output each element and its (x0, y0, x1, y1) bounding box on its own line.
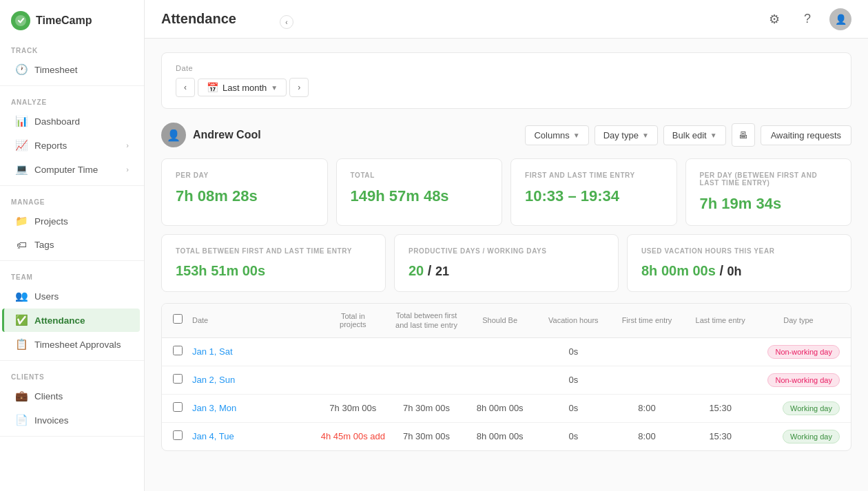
should-be-cell-3: 8h 00m 00s (463, 431, 537, 441)
help-icon[interactable]: ? (796, 8, 818, 30)
print-button[interactable]: 🖶 (732, 123, 755, 147)
row-date-3[interactable]: Jan 4, Tue (192, 431, 316, 441)
day-type-cell-3: Working day (757, 430, 840, 443)
section-label-team: TEAM (0, 265, 144, 284)
table-header-row: Date Total inprojects Total between firs… (162, 304, 851, 338)
row-date-0[interactable]: Jan 1, Sat (192, 346, 316, 357)
stat-card-per-day: PER DAY 7h 08m 28s (161, 158, 328, 226)
sidebar-item-timesheet[interactable]: 🕐 Timesheet (4, 58, 140, 81)
prev-date-button[interactable]: ‹ (176, 78, 195, 97)
col-total-projects: Total inprojects (316, 312, 390, 328)
section-label-clients: CLIENTS (0, 365, 144, 384)
stat-label-total: TOTAL (351, 171, 488, 179)
stat-label-first-last-entry: FIRST AND LAST TIME ENTRY (525, 171, 663, 179)
computer-time-icon: 💻 (15, 163, 28, 176)
select-all-checkbox[interactable] (173, 314, 183, 324)
last-entry-cell-2: 15:30 (683, 403, 757, 413)
user-avatar[interactable]: 👤 (829, 8, 851, 30)
col-vacation: Vacation hours (537, 316, 610, 324)
bulk-edit-label: Bulk edit (672, 130, 707, 140)
day-type-badge-3: Working day (783, 430, 840, 443)
date-navigation: ‹ 📅 Last month ▼ › (176, 78, 837, 97)
col-date: Date (192, 316, 316, 324)
sidebar-item-computer-time[interactable]: 💻 Computer Time › (4, 158, 140, 181)
stat-value-total-between: 153h 51m 00s (176, 263, 371, 279)
row-checkbox-3[interactable] (173, 430, 183, 440)
main-content: Attendance ⚙ ? 👤 Date ‹ 📅 Last month ▼ › (145, 0, 868, 491)
row-checkbox-0[interactable] (173, 346, 183, 355)
clients-icon: 💼 (15, 390, 28, 402)
chevron-icon-reports: › (126, 141, 129, 149)
next-date-button[interactable]: › (289, 78, 309, 97)
row-checkbox-1[interactable] (173, 374, 183, 384)
awaiting-label: Awaiting requests (771, 130, 841, 140)
row-date-1[interactable]: Jan 2, Sun (192, 375, 316, 385)
stat-value-total: 149h 57m 48s (351, 187, 488, 205)
collapse-sidebar-button[interactable]: ‹ (280, 15, 293, 29)
app-logo[interactable]: TimeCamp (0, 0, 144, 39)
print-icon: 🖶 (738, 130, 747, 140)
sidebar-item-projects[interactable]: 📁 Projects (4, 209, 140, 233)
last-entry-cell-3: 15:30 (683, 431, 757, 441)
date-selector[interactable]: 📅 Last month ▼ (198, 79, 287, 96)
tags-icon: 🏷 (15, 239, 28, 251)
sidebar-item-timesheet-approvals[interactable]: 📋 Timesheet Approvals (4, 333, 140, 356)
stat-card-first-last-entry: FIRST AND LAST TIME ENTRY 10:33 – 19:34 (510, 158, 677, 226)
sidebar-divider (0, 185, 144, 186)
table-row: Jan 4, Tue 4h 45m 00s add 7h 30m 00s 8h … (162, 423, 851, 450)
total-between-cell-3: 7h 30m 00s (390, 431, 464, 441)
day-type-chevron-icon: ▼ (642, 132, 649, 139)
first-entry-cell-3: 8:00 (610, 431, 684, 441)
row-date-2[interactable]: Jan 3, Mon (192, 403, 316, 413)
settings-icon[interactable]: ⚙ (763, 8, 785, 30)
sidebar-label-timesheet: Timesheet (34, 65, 78, 75)
bulk-edit-button[interactable]: Bulk edit ▼ (663, 125, 726, 145)
total-between-cell-2: 7h 30m 00s (390, 403, 464, 413)
total-projects-cell: 4h 45m 00s add (316, 431, 390, 441)
sidebar-divider (0, 260, 144, 261)
employee-avatar: 👤 (161, 123, 186, 147)
col-should-be: Should Be (463, 316, 537, 324)
stat-card-per-day-between: PER DAY (BETWEEN FIRST AND LAST TIME ENT… (685, 158, 852, 226)
sidebar-item-tags[interactable]: 🏷 Tags (4, 233, 140, 256)
logo-text: TimeCamp (36, 14, 92, 27)
sidebar-item-reports[interactable]: 📈 Reports › (4, 134, 140, 157)
stat-label-per-day: PER DAY (176, 171, 313, 179)
section-label-analyze: ANALYZE (0, 90, 144, 109)
stats-row-2: TOTAL BETWEEN FIRST AND LAST TIME ENTRY … (161, 234, 851, 292)
stat-card-total-between: TOTAL BETWEEN FIRST AND LAST TIME ENTRY … (161, 234, 386, 292)
stat-slash-productive-days: / (428, 263, 432, 278)
col-first-entry: First time entry (610, 316, 684, 324)
content-area: Date ‹ 📅 Last month ▼ › 👤 Andrew Cool (145, 39, 868, 491)
sidebar-item-users[interactable]: 👥 Users (4, 284, 140, 308)
stat-slash-vacation-hours: / (719, 263, 723, 278)
vacation-cell-2: 0s (537, 403, 610, 413)
awaiting-requests-button[interactable]: Awaiting requests (761, 125, 851, 145)
stat-label-total-between: TOTAL BETWEEN FIRST AND LAST TIME ENTRY (176, 247, 371, 255)
stat-value-per-day: 7h 08m 28s (176, 187, 313, 205)
col-total-between: Total between firstand last time entry (390, 311, 464, 331)
reports-icon: 📈 (15, 139, 28, 152)
day-type-cell-0: Non-working day (757, 345, 840, 359)
sidebar-label-projects: Projects (34, 216, 68, 227)
sidebar-item-invoices[interactable]: 📄 Invoices (4, 408, 140, 432)
employee-name: Andrew Cool (193, 129, 261, 141)
sidebar-label-users: Users (34, 291, 59, 302)
sidebar-item-attendance[interactable]: ✅ Attendance (2, 309, 140, 332)
day-type-badge-0: Non-working day (767, 345, 840, 359)
sidebar-item-clients[interactable]: 💼 Clients (4, 384, 140, 408)
day-type-cell-2: Working day (757, 401, 840, 415)
sidebar-label-tags: Tags (34, 240, 54, 250)
row-checkbox-2[interactable] (173, 402, 183, 412)
stat-value-vacation-hours: 8h 00m 00s / 0h (641, 263, 837, 279)
sidebar-label-dashboard: Dashboard (34, 116, 80, 127)
day-type-button[interactable]: Day type ▼ (595, 125, 658, 145)
day-type-cell-1: Non-working day (757, 373, 840, 387)
dropdown-chevron-icon: ▼ (271, 84, 278, 92)
columns-button[interactable]: Columns ▼ (525, 125, 588, 145)
columns-chevron-icon: ▼ (573, 132, 580, 139)
sidebar-item-dashboard[interactable]: 📊 Dashboard (4, 109, 140, 133)
vacation-cell-0: 0s (537, 346, 610, 357)
add-entry-link[interactable]: add (370, 431, 385, 441)
table-body: Jan 1, Sat 0s Non-working day Jan 2, Sun… (162, 338, 851, 450)
